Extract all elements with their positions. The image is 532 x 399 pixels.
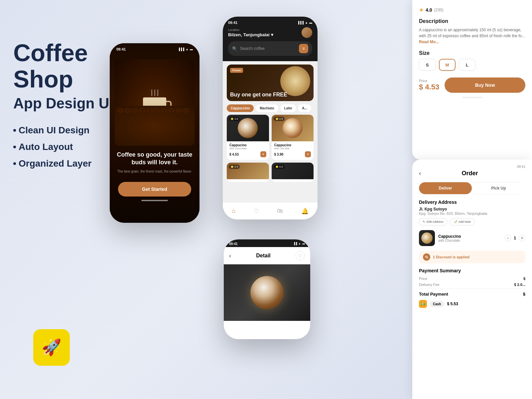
tab-machiato[interactable]: Machiato (256, 104, 278, 112)
add-button-1[interactable]: + (260, 151, 266, 157)
size-m[interactable]: M (439, 59, 456, 71)
divider (462, 97, 482, 98)
nav-bell-icon[interactable]: 🔔 (301, 207, 309, 215)
rocket-icon: 🚀 (42, 338, 62, 357)
payment-title: Payment Summary (419, 268, 525, 273)
star-icon-2: ⭐ (275, 117, 279, 120)
splash-text: Coffee so good, your taste buds will lov… (110, 146, 200, 179)
star-icon-1: ⭐ (230, 117, 234, 120)
quantity-minus[interactable]: − (504, 235, 511, 241)
pickup-tab[interactable]: Pick Up (472, 182, 525, 194)
total-value: $ (523, 292, 525, 297)
order-item-image (419, 230, 435, 246)
delivery-fee-row: Delivery Fee $ 2.0... (419, 283, 525, 287)
nav-heart-icon[interactable]: ♡ (254, 207, 259, 215)
filter-button[interactable]: ≡ (299, 44, 308, 53)
size-s[interactable]: S (419, 59, 436, 71)
order-item-circle (421, 232, 433, 244)
address-actions: ✎ Edit Address 📝 Add Note (419, 218, 525, 225)
cash-amount: $ 5.53 (447, 302, 458, 306)
rating-row: ★ 4.0 (230) (419, 7, 525, 13)
coffee-card-3: ⭐ 4.5 (227, 163, 269, 182)
back-button[interactable]: ‹ (419, 170, 421, 177)
status-icons-3: ▐▐ ▲ ▬ (293, 242, 305, 246)
price-buy-row: Price $ 4.53 Buy Now (419, 77, 525, 93)
order-item-info: Cappuccino with Chocolate (438, 234, 501, 242)
battery-3: ▬ (302, 242, 305, 246)
time-1: 09:41 (116, 47, 126, 51)
coffee-card-2-info: Cappucino with Oat Milk $ 3.90 + (272, 141, 314, 157)
search-bar[interactable]: 🔍 Search coffee ≡ (228, 41, 312, 56)
coffee-latte-1 (238, 118, 258, 138)
edit-address-button[interactable]: ✎ Edit Address (419, 218, 447, 225)
add-button-2[interactable]: + (305, 151, 311, 157)
coffee-price-2: $ 3.90 (274, 153, 284, 156)
rating-number: 4.0 (426, 7, 432, 13)
coffee-price-row-2: $ 3.90 + (274, 151, 311, 157)
signal-3: ▐▐ (293, 242, 297, 246)
delivery-fee-value: $ 2.0... (514, 283, 525, 287)
tab-more[interactable]: A... (298, 104, 311, 112)
splash-headline: Coffee so good, your taste buds will lov… (116, 151, 193, 167)
cash-badge: Cash (430, 301, 444, 307)
add-note-button[interactable]: 📝 Add Note (450, 218, 475, 225)
order-header: ‹ Order (419, 170, 525, 177)
size-l[interactable]: L (459, 59, 475, 71)
address-section: Delivery Address Jl. Kpg Sutoyo Kpg. Sut… (419, 200, 525, 225)
address-detail: Kpg. Sutoyo No. 620, Bilzen, Tanjungbala… (419, 211, 525, 215)
location-label: Location (228, 28, 273, 32)
coffee-card-1: ⭐ 4.8 Cappucino with Chocolate $ 4.53 + (227, 115, 269, 160)
quantity-plus[interactable]: + (519, 235, 525, 241)
discount-icon: % (423, 253, 430, 261)
detail-panel: ★ 4.0 (230) Description A cappuccino is … (412, 0, 532, 160)
price-value: $ 4.53 (419, 83, 439, 91)
rating-badge-2: ⭐ 4.9 (274, 117, 285, 121)
nav-bag-icon[interactable]: 🛍 (277, 207, 283, 214)
coffee-latte-2 (283, 118, 303, 138)
location-info: Location Bilzen, Tanjungbalai ▾ (228, 28, 273, 37)
deliver-tab[interactable]: Deliver (419, 182, 472, 194)
tab-cappuccino[interactable]: Cappuccino (227, 104, 254, 112)
splash-image (115, 59, 195, 146)
coffee-type-2: with Oat Milk (274, 147, 311, 150)
status-bar-3: 09:41 ▐▐ ▲ ▬ (224, 239, 310, 247)
bean (132, 108, 138, 112)
favorite-button[interactable]: ♡ (296, 251, 305, 260)
detail-image (224, 264, 310, 321)
price-section: Price $ 4.53 (419, 79, 439, 91)
tab-latte[interactable]: Latte (280, 104, 296, 112)
read-more-link[interactable]: Read Mo... (419, 40, 439, 44)
status-icons-2: ▐▐▐ ▲ ▬ (297, 21, 312, 24)
price-row-value: $ (523, 277, 525, 281)
order-title: Order (462, 170, 478, 177)
coffee-card-2-image: ⭐ 4.9 (272, 115, 314, 141)
detail-back-button[interactable]: ‹ (229, 252, 231, 259)
coffee-card-2: ⭐ 4.9 Cappucino with Oat Milk $ 3.90 + (272, 115, 314, 160)
coffee-name-1: Cappucino (229, 143, 266, 147)
note-icon: 📝 (454, 220, 457, 223)
coffee-beans (115, 106, 195, 146)
address-title: Delivery Address (419, 200, 525, 205)
rating-badge-4: ⭐ 4.0 (274, 165, 285, 169)
detail-title: Detail (256, 253, 271, 259)
rating-badge-1: ⭐ 4.8 (229, 117, 240, 121)
steam-2 (154, 89, 155, 96)
address-street: Jl. Kpg Sutoyo (419, 207, 525, 211)
coffee-card-3-image: ⭐ 4.5 (227, 163, 269, 179)
splash-phone: 09:41 ▐▐▐ ▲ ▬ (110, 43, 200, 223)
order-item-sub: with Chocolate (438, 239, 501, 242)
coffee-card-1-image: ⭐ 4.8 (227, 115, 269, 141)
payment-method-row: 💵 Cash $ 5.53 (419, 300, 525, 308)
nav-home-icon[interactable]: ⌂ (232, 207, 235, 214)
get-started-button[interactable]: Get Started (118, 182, 191, 197)
buy-now-button[interactable]: Buy Now (445, 77, 525, 93)
description-title: Description (419, 18, 525, 24)
promo-badge: Promo (230, 68, 243, 73)
order-panel: 09:41 ‹ Order Deliver Pick Up Delivery A… (412, 160, 532, 399)
steam-lines (151, 89, 158, 96)
coffee-card-1-info: Cappucino with Chocolate $ 4.53 + (227, 141, 269, 157)
bottom-nav: ⌂ ♡ 🛍 🔔 (223, 202, 318, 219)
discount-text: 1 Discount is applied (433, 255, 469, 259)
order-item-name: Cappuccino (438, 234, 501, 239)
star-icon-detail: ★ (419, 7, 424, 13)
